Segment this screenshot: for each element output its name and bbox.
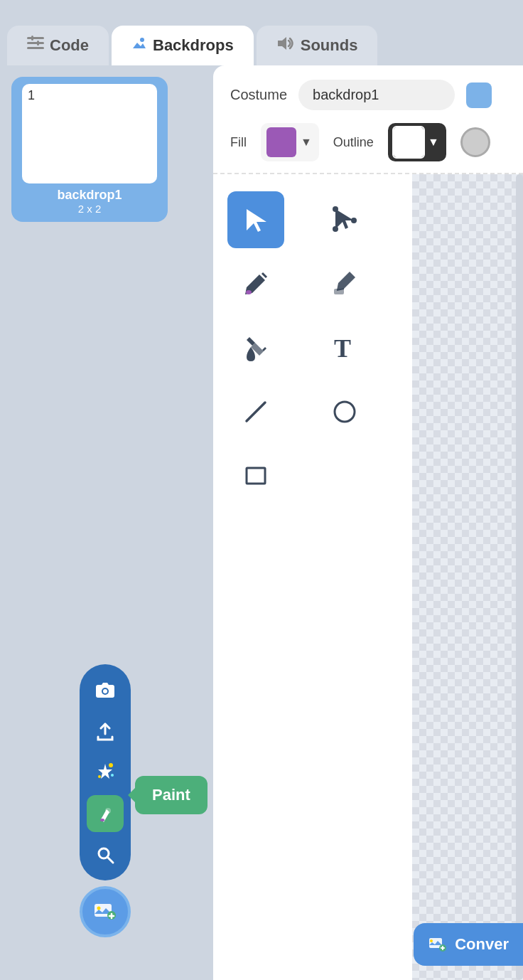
tab-backdrops[interactable]: Backdrops	[112, 26, 254, 65]
fill-arrow-icon: ▼	[301, 136, 312, 149]
svg-line-13	[247, 403, 265, 421]
svg-point-30	[430, 939, 433, 942]
bottom-toolbar	[80, 664, 131, 937]
search-fab[interactable]	[87, 836, 124, 873]
svg-point-8	[333, 226, 338, 232]
svg-point-20	[98, 775, 101, 778]
paint-tooltip: Paint	[135, 776, 207, 814]
fill-outline-row: Fill ▼ Outline ▼	[230, 123, 506, 161]
backdrop-item[interactable]: 1 backdrop1 2 x 2	[11, 77, 168, 222]
svg-marker-6	[278, 37, 286, 50]
outline-arrow-icon: ▼	[428, 136, 439, 149]
tab-bar: Code Backdrops Sounds	[0, 0, 523, 65]
eraser-tool[interactable]	[316, 255, 373, 312]
reshape-tool[interactable]	[316, 191, 373, 248]
outline-color-swatch	[394, 127, 424, 157]
svg-point-9	[351, 218, 357, 223]
backdrop-name: backdrop1	[57, 188, 122, 203]
backdrops-icon	[131, 36, 147, 55]
svg-rect-1	[27, 42, 44, 44]
tab-code-label: Code	[50, 36, 89, 55]
image-fab[interactable]	[80, 886, 131, 937]
fab-container	[80, 664, 131, 880]
code-icon	[27, 36, 44, 55]
ellipse-tool[interactable]	[316, 383, 373, 440]
svg-rect-2	[27, 47, 44, 49]
canvas-scrollbar[interactable]	[516, 174, 523, 980]
tab-code[interactable]: Code	[7, 26, 109, 65]
costume-label: Costume	[230, 87, 287, 103]
svg-point-10	[246, 290, 252, 294]
svg-rect-11	[334, 289, 344, 294]
svg-point-21	[111, 774, 114, 777]
right-panel: Costume Fill ▼ Outline ▼	[213, 65, 523, 980]
fill-color-picker[interactable]: ▼	[261, 123, 319, 161]
svg-rect-4	[37, 41, 39, 46]
convert-button[interactable]: Conver	[414, 923, 523, 966]
camera-fab[interactable]	[87, 671, 124, 708]
svg-point-18	[103, 689, 107, 693]
convert-label: Conver	[455, 935, 509, 954]
svg-point-22	[105, 808, 111, 814]
line-tool[interactable]	[227, 383, 284, 440]
main-container: 1 backdrop1 2 x 2 Costume Fill ▼ Outline	[0, 65, 523, 980]
paint-fab[interactable]	[87, 795, 124, 832]
backdrop-number: 1	[28, 88, 35, 103]
backdrop-thumbnail: 1	[22, 84, 157, 183]
surprise-fab[interactable]	[87, 754, 124, 791]
costume-name-input[interactable]	[298, 80, 455, 110]
svg-point-7	[333, 206, 338, 212]
rect-tool[interactable]	[227, 447, 284, 504]
svg-point-27	[97, 907, 101, 910]
svg-point-14	[335, 402, 355, 422]
svg-text:T: T	[334, 334, 351, 363]
brush-tool[interactable]	[227, 255, 284, 312]
backdrop-size: 2 x 2	[78, 203, 102, 215]
extra-color-btn[interactable]	[460, 127, 490, 157]
editor-toolbar: Costume Fill ▼ Outline ▼	[213, 65, 523, 174]
canvas-area	[412, 174, 523, 980]
svg-point-19	[109, 763, 113, 767]
svg-rect-0	[27, 37, 44, 39]
tools-column: T	[213, 174, 412, 980]
color-extra-button[interactable]	[466, 82, 492, 108]
text-tool[interactable]: T	[316, 319, 373, 376]
fill-tool[interactable]	[227, 319, 284, 376]
tab-backdrops-label: Backdrops	[153, 36, 234, 55]
costume-row: Costume	[230, 80, 506, 110]
upload-fab[interactable]	[87, 713, 124, 750]
svg-point-23	[100, 819, 104, 821]
svg-point-5	[140, 38, 144, 42]
svg-line-25	[107, 857, 113, 863]
sounds-icon	[276, 36, 295, 55]
tools-area: T	[213, 174, 523, 980]
fill-label: Fill	[230, 135, 247, 150]
select-tool[interactable]	[227, 191, 284, 248]
fill-color-swatch	[266, 127, 296, 157]
svg-rect-15	[247, 468, 265, 484]
svg-rect-3	[31, 36, 33, 41]
outline-label: Outline	[333, 135, 374, 150]
tab-sounds[interactable]: Sounds	[257, 26, 378, 65]
outline-color-picker[interactable]: ▼	[388, 123, 446, 161]
tab-sounds-label: Sounds	[301, 36, 358, 55]
